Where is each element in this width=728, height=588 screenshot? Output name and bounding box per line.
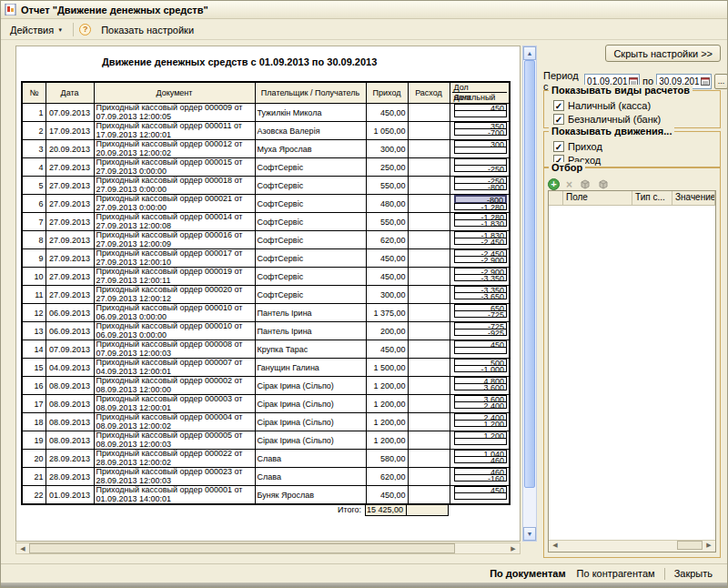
cell-debt[interactable]: 4 800 3 600 (450, 377, 510, 395)
checkbox-cash[interactable]: Наличный (касса) (553, 100, 720, 111)
cell-expense[interactable] (408, 249, 450, 268)
cell-debt-end[interactable]: 2 400 (454, 401, 508, 409)
table-row[interactable]: 21 28.09.2013 Приходный кассовый ордер 0… (22, 468, 510, 486)
cell-document[interactable]: Приходный кассовый ордер 000017 от 27.09… (94, 249, 255, 268)
cell-income[interactable]: 620,00 (366, 231, 408, 249)
cell-expense[interactable] (408, 413, 450, 431)
cell-num[interactable]: 21 (22, 468, 46, 486)
cell-document[interactable]: Приходный кассовый ордер 000008 от 07.09… (94, 340, 255, 359)
cell-debt[interactable]: 650 -725 (450, 304, 510, 322)
help-icon[interactable]: ? (79, 24, 91, 35)
cell-debt-end[interactable]: 460 (454, 456, 508, 463)
cell-debt[interactable]: -1 280 -1 830 (450, 213, 510, 231)
actions-menu-button[interactable]: Действия ▼ (5, 23, 67, 37)
cell-payer[interactable]: Сірак Ірина (Сільпо) (255, 413, 366, 431)
show-settings-button[interactable]: Показать настройки (96, 23, 198, 37)
period-more-button[interactable]: ... (714, 74, 728, 89)
cell-debt[interactable]: 450 (450, 486, 510, 505)
cell-expense[interactable] (408, 213, 450, 231)
cell-expense[interactable] (408, 322, 450, 340)
cell-debt[interactable]: 1 200 (450, 431, 510, 450)
cell-debt[interactable]: -2 450 -2 900 (450, 249, 510, 268)
cell-payer[interactable]: Пантель Ірина (255, 322, 366, 340)
cell-debt-end[interactable]: -1 280 (454, 203, 508, 210)
cell-expense[interactable] (408, 268, 450, 286)
cell-num[interactable]: 11 (22, 286, 46, 304)
table-row[interactable]: 2 17.09.2013 Приходный кассовый ордер 00… (22, 122, 510, 140)
cell-expense[interactable] (408, 177, 450, 195)
table-row[interactable]: 9 27.09.2013 Приходный кассовый ордер 00… (22, 249, 510, 268)
cell-document[interactable]: Приходный кассовый ордер 000019 от 27.09… (94, 268, 255, 286)
cell-date[interactable]: 01.09.2013 (46, 486, 94, 505)
cell-income[interactable]: 550,00 (366, 213, 408, 231)
scroll-up-button[interactable]: ▲ (523, 46, 536, 60)
table-row[interactable]: 10 27.09.2013 Приходный кассовый ордер 0… (22, 268, 510, 286)
cell-num[interactable]: 10 (22, 268, 46, 286)
cell-date[interactable]: 06.09.2013 (46, 304, 94, 322)
table-row[interactable]: 11 27.09.2013 Приходный кассовый ордер 0… (22, 286, 510, 304)
cell-payer[interactable]: Ганущин Галина (255, 359, 366, 377)
cell-num[interactable]: 17 (22, 395, 46, 413)
cell-date[interactable]: 27.09.2013 (46, 158, 94, 177)
cell-date[interactable]: 27.09.2013 (46, 195, 94, 213)
cell-expense[interactable] (408, 286, 450, 304)
hide-settings-button[interactable]: Скрыть настройки >> (605, 45, 721, 62)
cell-income[interactable]: 450,00 (366, 104, 408, 122)
cell-income[interactable]: 550,00 (366, 177, 408, 195)
cell-date[interactable]: 28.09.2013 (46, 450, 94, 468)
cell-date[interactable]: 27.09.2013 (46, 268, 94, 286)
scroll-right-button[interactable]: ▶ (507, 543, 520, 553)
table-row[interactable]: 5 27.09.2013 Приходный кассовый ордер 00… (22, 177, 510, 195)
table-vertical-scrollbar[interactable]: ▲ ▼ (522, 46, 537, 542)
cell-document[interactable]: Приходный кассовый ордер 000002 от 08.09… (94, 377, 255, 395)
table-row[interactable]: 22 01.09.2013 Приходный кассовый ордер 0… (22, 486, 510, 505)
cell-document[interactable]: Приходный кассовый ордер 000021 от 27.09… (94, 195, 255, 213)
cell-payer[interactable]: СофтСервіс (255, 249, 366, 268)
cell-num[interactable]: 4 (22, 158, 46, 177)
table-row[interactable]: 1 07.09.2013 Приходный кассовый ордер 00… (22, 104, 510, 122)
cell-num[interactable]: 20 (22, 450, 46, 468)
cell-document[interactable]: Приходный кассовый ордер 000023 от 28.09… (94, 468, 255, 486)
cell-income[interactable]: 1 200,00 (366, 431, 408, 450)
cell-document[interactable]: Приходный кассовый ордер 000018 от 27.09… (94, 177, 255, 195)
cell-num[interactable]: 13 (22, 322, 46, 340)
cell-date[interactable]: 27.09.2013 (46, 249, 94, 268)
table-row[interactable]: 19 08.09.2013 Приходный кассовый ордер 0… (22, 431, 510, 450)
cell-document[interactable]: Приходный кассовый ордер 000007 от 04.09… (94, 359, 255, 377)
cell-date[interactable]: 08.09.2013 (46, 395, 94, 413)
cell-income[interactable]: 300,00 (366, 140, 408, 158)
cell-num[interactable]: 7 (22, 213, 46, 231)
cell-expense[interactable] (408, 359, 450, 377)
table-row[interactable]: 20 28.09.2013 Приходный кассовый ордер 0… (22, 450, 510, 468)
cell-payer[interactable]: Азовска Валерія (255, 122, 366, 140)
cell-income[interactable]: 1 375,00 (366, 304, 408, 322)
checkbox-icon[interactable] (553, 114, 564, 125)
cell-num[interactable]: 18 (22, 413, 46, 431)
table-row[interactable]: 4 27.09.2013 Приходный кассовый ордер 00… (22, 158, 510, 177)
cell-document[interactable]: Приходный кассовый ордер 000022 от 28.09… (94, 450, 255, 468)
cell-payer[interactable]: Крупка Тарас (255, 340, 366, 359)
scroll-left-button[interactable]: ◀ (16, 543, 29, 553)
cell-expense[interactable] (408, 158, 450, 177)
checkbox-noncash[interactable]: Безналичный (банк) (553, 114, 720, 125)
cell-payer[interactable]: Муха Ярослав (255, 140, 366, 158)
cell-date[interactable]: 07.09.2013 (46, 340, 94, 359)
cell-payer[interactable]: Слава (255, 468, 366, 486)
cube-icon[interactable] (579, 178, 591, 190)
cell-income[interactable]: 250,00 (366, 158, 408, 177)
cell-date[interactable]: 27.09.2013 (46, 231, 94, 249)
cell-date[interactable]: 08.09.2013 (46, 413, 94, 431)
cell-date[interactable]: 27.09.2013 (46, 286, 94, 304)
cell-expense[interactable] (408, 104, 450, 122)
cell-debt-end[interactable]: 3 600 (454, 383, 508, 390)
table-row[interactable]: 7 27.09.2013 Приходный кассовый ордер 00… (22, 213, 510, 231)
filter-horizontal-scrollbar[interactable]: ◀ ▶ (549, 540, 715, 552)
by-counterparties-button[interactable]: По контрагентам (571, 566, 661, 581)
cell-num[interactable]: 15 (22, 359, 46, 377)
cell-payer[interactable]: Пантель Ірина (255, 304, 366, 322)
cell-payer[interactable]: СофтСервіс (255, 158, 366, 177)
cell-debt-end[interactable]: -925 (454, 329, 508, 336)
cell-debt-end[interactable]: -1 830 (454, 219, 508, 227)
cell-income[interactable]: 450,00 (366, 486, 408, 505)
cell-income[interactable]: 1 200,00 (366, 395, 408, 413)
